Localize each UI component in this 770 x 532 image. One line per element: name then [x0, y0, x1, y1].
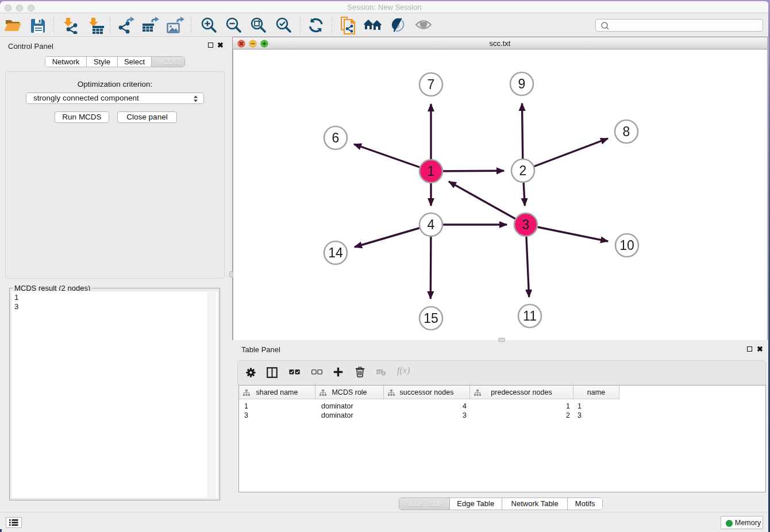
svg-text:7: 7 — [428, 77, 435, 92]
svg-text:14: 14 — [328, 245, 343, 260]
svg-text:8: 8 — [623, 124, 630, 139]
svg-text:15: 15 — [424, 311, 438, 326]
svg-text:9: 9 — [518, 76, 526, 91]
svg-text:4: 4 — [428, 217, 435, 232]
svg-text:6: 6 — [332, 130, 340, 145]
svg-text:3: 3 — [522, 217, 530, 232]
svg-text:2: 2 — [519, 163, 527, 178]
svg-text:1: 1 — [428, 164, 435, 179]
svg-text:10: 10 — [619, 238, 634, 253]
svg-text:11: 11 — [523, 309, 537, 323]
